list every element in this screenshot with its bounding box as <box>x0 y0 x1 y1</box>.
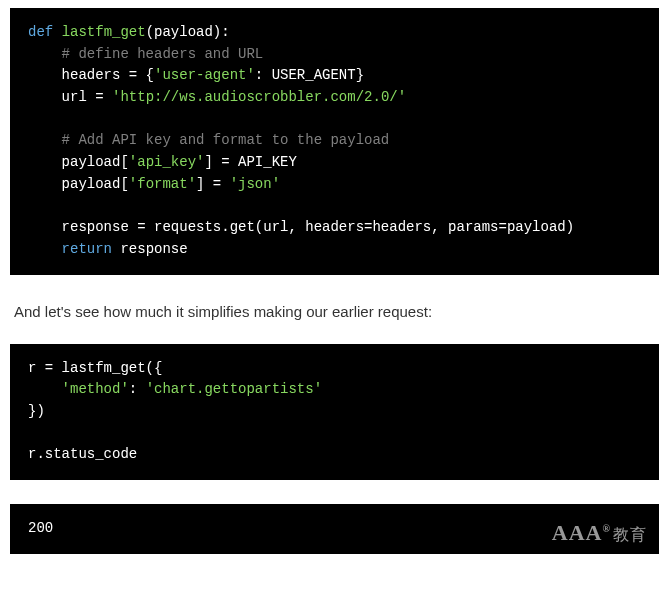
code-text: payload[ <box>62 176 129 192</box>
keyword-def: def <box>28 24 53 40</box>
code-text: : <box>129 381 146 397</box>
code-text: payload[ <box>62 154 129 170</box>
string: 'user-agent' <box>154 67 255 83</box>
string: 'json' <box>230 176 280 192</box>
comment: # Add API key and format to the payload <box>62 132 390 148</box>
string: 'http://ws.audioscrobbler.com/2.0/' <box>112 89 406 105</box>
output-block: 200AAA®教育 <box>10 504 659 554</box>
comment: # define headers and URL <box>62 46 264 62</box>
code-text: url = <box>62 89 112 105</box>
code-block-2: r = lastfm_get({ 'method': 'chart.gettop… <box>10 344 659 480</box>
watermark-brand: AAA <box>552 520 603 545</box>
watermark-reg: ® <box>603 522 611 533</box>
string: 'api_key' <box>129 154 205 170</box>
prose-text: And let's see how much it simplifies mak… <box>14 303 655 320</box>
watermark: AAA®教育 <box>552 516 647 550</box>
code-text: response = requests.get(url, headers=hea… <box>62 219 574 235</box>
code-text: r = lastfm_get({ <box>28 360 162 376</box>
string: 'format' <box>129 176 196 192</box>
code-text: response <box>112 241 188 257</box>
output-value: 200 <box>28 520 53 536</box>
fn-name: lastfm_get <box>62 24 146 40</box>
code-text: ] = <box>196 176 230 192</box>
string: 'method' <box>62 381 129 397</box>
watermark-cjk: 教育 <box>613 526 647 543</box>
code-text: : USER_AGENT} <box>255 67 364 83</box>
string: 'chart.gettopartists' <box>146 381 322 397</box>
code-text: headers = { <box>62 67 154 83</box>
code-text: ] = API_KEY <box>204 154 296 170</box>
keyword-return: return <box>62 241 112 257</box>
code-block-1: def lastfm_get(payload): # define header… <box>10 8 659 275</box>
code-text: r.status_code <box>28 446 137 462</box>
code-text: }) <box>28 403 45 419</box>
code-text: (payload): <box>146 24 230 40</box>
